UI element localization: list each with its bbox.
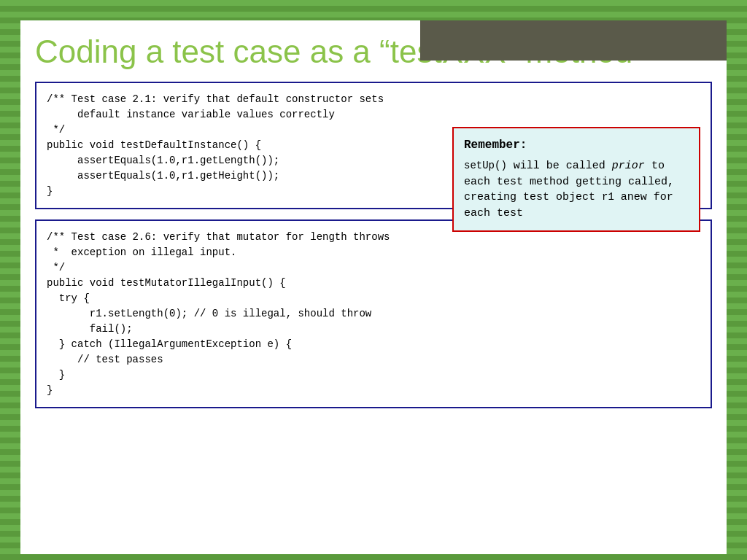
content-area: /** Test case 2.1: verify that default c… [20,78,727,416]
slide: Coding a test case as a “testXXX” method… [20,20,727,554]
top-bar [420,20,727,61]
code-box-1: /** Test case 2.1: verify that default c… [35,82,712,209]
code2-text: /** Test case 2.6: verify that mutator f… [47,230,700,398]
code-box-2: /** Test case 2.6: verify that mutator f… [35,219,712,408]
callout-code2: r1 [602,191,614,203]
callout-italic: prior [612,160,645,172]
callout-code1: setUp() [464,160,507,171]
callout-box: Remember: setUp() will be called prior t… [452,127,700,232]
callout-title: Remember: [464,137,689,154]
callout-text1: will be called [514,160,612,172]
callout-content: setUp() will be called prior to each tes… [464,158,689,222]
